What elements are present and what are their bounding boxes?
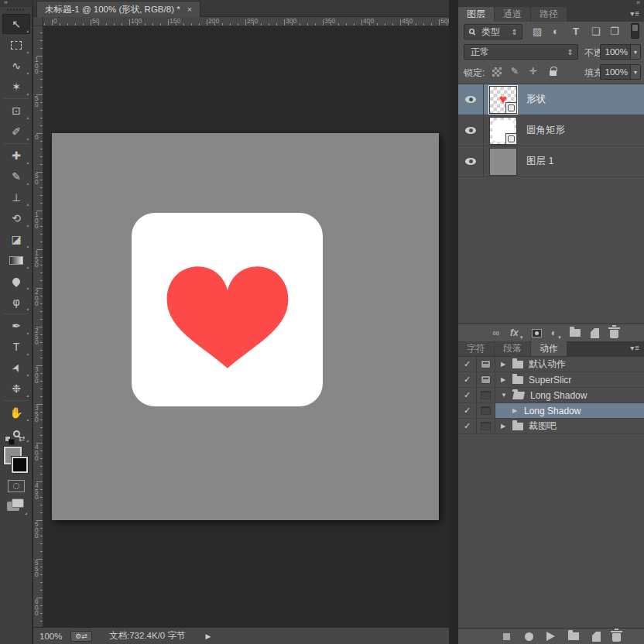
path-selection-tool[interactable]: ➤ (2, 358, 30, 378)
canvas-viewport[interactable] (43, 26, 449, 627)
status-zoom-field[interactable]: 100% (39, 632, 70, 641)
tab-layers[interactable]: 图层 (458, 7, 494, 22)
actions-panel-menu-icon[interactable]: ▾≡ (630, 344, 640, 352)
filter-type-layers-icon[interactable]: T (573, 26, 579, 37)
tab-character[interactable]: 字符 (458, 341, 494, 356)
lasso-tool[interactable]: ∿ (2, 56, 30, 76)
action-label[interactable]: SuperSlicr (529, 375, 571, 385)
layer-row[interactable]: ♥形状 (458, 84, 644, 115)
dropdown-arrow-icon[interactable]: ▼ (630, 45, 640, 59)
type-tool[interactable]: T (2, 337, 30, 357)
vertical-ruler[interactable]: 1 0 05 005 01 0 01 5 02 0 02 5 03 0 03 5… (33, 26, 43, 627)
dropdown-arrow-icon[interactable]: ▼ (630, 65, 640, 79)
delete-layer-icon[interactable] (610, 327, 618, 338)
filter-pixel-layers-icon[interactable]: ▨ (533, 26, 542, 37)
history-brush-tool[interactable]: ⟲ (2, 208, 30, 228)
expand-arrow-icon[interactable]: ▶ (501, 376, 507, 383)
lock-pixels-icon[interactable]: ✎ (511, 66, 519, 77)
delete-action-icon[interactable] (612, 631, 621, 642)
horizontal-ruler[interactable]: 050100150200250300350400450500 (43, 17, 449, 26)
action-include-check[interactable]: ✓ (458, 403, 477, 418)
blend-mode-select[interactable]: 正常 ⇕ (464, 44, 578, 60)
opacity-field[interactable]: 100% ▼ (600, 44, 641, 60)
dialog-toggle-empty[interactable] (481, 391, 491, 399)
layer-name[interactable]: 图层 1 (526, 155, 553, 168)
eyedropper-tool[interactable]: ✐ (2, 122, 30, 142)
crop-tool[interactable]: ⊡ (2, 101, 30, 121)
layer-row[interactable]: 圆角矩形 (458, 115, 644, 146)
action-label[interactable]: Long Shadow (524, 406, 581, 416)
move-tool[interactable]: ↖ (2, 14, 30, 34)
layer-row[interactable]: 图层 1 (458, 146, 644, 177)
tab-actions[interactable]: 动作 (531, 341, 567, 356)
quick-mask-button[interactable] (8, 480, 25, 492)
layer-name[interactable]: 形状 (526, 93, 546, 106)
layer-thumbnail[interactable] (489, 117, 517, 145)
dialog-toggle-empty[interactable] (481, 406, 491, 415)
action-row[interactable]: ✓▶Long Shadow (458, 403, 644, 419)
rectangular-marquee-tool[interactable] (2, 35, 30, 55)
magic-wand-tool[interactable]: ✶ (2, 77, 30, 97)
gradient-tool[interactable] (2, 250, 30, 270)
dialog-toggle-icon[interactable] (481, 375, 491, 384)
layer-style-fx-icon[interactable]: fx (510, 327, 519, 338)
new-layer-icon[interactable] (591, 328, 599, 338)
document-tab[interactable]: 未标题-1 @ 100% (形状, RGB/8) * × (36, 1, 200, 17)
action-row[interactable]: ✓▶SuperSlicr (458, 372, 644, 388)
spot-healing-brush-tool[interactable]: ✚ (2, 146, 30, 166)
new-group-icon[interactable] (570, 329, 581, 337)
expand-arrow-icon[interactable]: ▼ (501, 392, 507, 399)
expand-arrow-icon[interactable]: ▶ (501, 423, 507, 430)
action-row[interactable]: ✓▼Long Shadow (458, 388, 644, 403)
fill-field[interactable]: 100% ▼ (600, 64, 641, 80)
lock-all-icon[interactable] (550, 70, 557, 76)
brush-tool[interactable]: ✎ (2, 166, 30, 187)
lock-position-icon[interactable]: ✛ (529, 66, 537, 77)
filter-shape-layers-icon[interactable]: ❑ (591, 26, 601, 37)
action-label[interactable]: 裁图吧 (529, 420, 557, 433)
hand-tool[interactable]: ✋ (2, 402, 30, 423)
clone-stamp-tool[interactable]: ⊥ (2, 187, 30, 207)
collapse-panel-icon[interactable]: » (4, 0, 7, 6)
action-label[interactable]: Long Shadow (530, 390, 587, 401)
expand-arrow-icon[interactable]: ▶ (501, 361, 507, 368)
tab-channels[interactable]: 通道 (495, 7, 530, 22)
dialog-toggle-icon[interactable] (481, 360, 491, 368)
collapse-panels-icon[interactable]: » (636, 0, 639, 6)
pen-tool[interactable]: ✒ (2, 316, 30, 336)
swap-colors-icon[interactable]: ⇄ (19, 434, 25, 443)
new-adjustment-layer-icon[interactable]: ◐ (551, 327, 557, 338)
new-action-set-icon[interactable] (568, 632, 579, 640)
tab-close-icon[interactable]: × (187, 5, 192, 14)
action-row[interactable]: ✓▶默认动作 (458, 357, 644, 372)
default-colors-icon[interactable] (5, 436, 15, 445)
action-row[interactable]: ✓▶裁图吧 (458, 419, 644, 434)
eraser-tool[interactable]: ◪ (2, 229, 30, 249)
tab-paragraph[interactable]: 段落 (495, 341, 530, 356)
document-canvas[interactable] (52, 133, 439, 520)
layer-filter-type-select[interactable]: 类型 ⇕ (464, 24, 522, 39)
action-include-check[interactable]: ✓ (458, 388, 477, 402)
background-color-swatch[interactable] (12, 457, 28, 473)
toolbar-grip[interactable] (7, 9, 26, 11)
record-action-icon[interactable] (525, 632, 533, 641)
action-include-check[interactable]: ✓ (458, 357, 477, 372)
dodge-tool[interactable]: φ (2, 292, 30, 312)
layers-panel-menu-icon[interactable]: ▾≡ (630, 9, 640, 18)
layer-visibility-toggle[interactable] (458, 115, 484, 146)
filter-toggle-switch[interactable] (631, 23, 639, 39)
play-action-icon[interactable] (546, 632, 555, 641)
layer-visibility-toggle[interactable] (458, 146, 484, 177)
blur-tool[interactable] (2, 271, 30, 291)
expand-arrow-icon[interactable]: ▶ (512, 407, 519, 414)
custom-shape-tool[interactable]: ❉ (2, 379, 30, 399)
layer-thumbnail[interactable] (489, 148, 517, 176)
filter-adjustment-layers-icon[interactable]: ◐ (553, 26, 559, 37)
add-layer-mask-icon[interactable] (532, 329, 542, 337)
layer-visibility-toggle[interactable] (458, 84, 484, 115)
layer-thumbnail[interactable]: ♥ (489, 86, 517, 114)
status-options-button[interactable]: ⚙⇄ (70, 631, 92, 642)
stop-recording-icon[interactable] (503, 633, 510, 640)
link-layers-icon[interactable]: ∞ (489, 327, 503, 338)
action-include-check[interactable]: ✓ (458, 372, 477, 387)
